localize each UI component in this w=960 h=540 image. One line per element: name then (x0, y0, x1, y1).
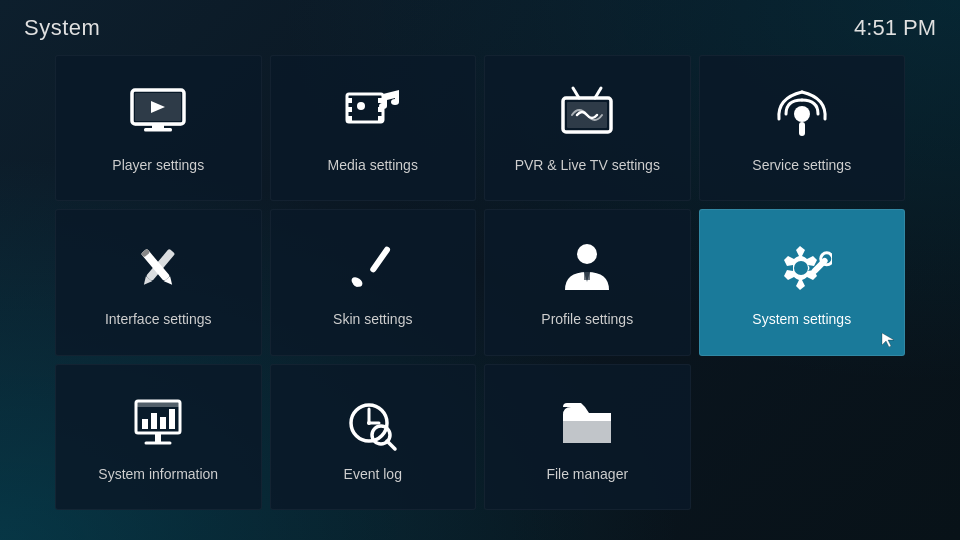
svg-rect-12 (378, 116, 383, 121)
svg-point-13 (357, 102, 365, 110)
pvr-icon (555, 82, 619, 146)
tile-pvr-settings[interactable]: PVR & Live TV settings (484, 55, 691, 201)
header: System 4:51 PM (0, 0, 960, 55)
service-icon (770, 82, 834, 146)
system-settings-icon (770, 236, 834, 300)
profile-icon (555, 236, 619, 300)
tile-system-information[interactable]: System information (55, 364, 262, 510)
clock: 4:51 PM (854, 15, 936, 41)
svg-rect-27 (369, 246, 391, 274)
file-manager-icon (555, 391, 619, 455)
page-title: System (24, 15, 100, 41)
svg-rect-41 (169, 409, 175, 429)
tile-skin-settings[interactable]: Skin settings (270, 209, 477, 355)
tile-file-manager[interactable]: File manager (484, 364, 691, 510)
svg-rect-39 (151, 413, 157, 429)
svg-rect-21 (799, 122, 805, 136)
tile-service-settings[interactable]: Service settings (699, 55, 906, 201)
svg-rect-38 (142, 419, 148, 429)
interface-settings-label: Interface settings (105, 310, 212, 328)
skin-settings-label: Skin settings (333, 310, 412, 328)
event-log-icon (341, 391, 405, 455)
svg-marker-35 (882, 333, 894, 347)
media-settings-label: Media settings (328, 156, 418, 174)
empty-tile (699, 364, 906, 510)
tile-interface-settings[interactable]: Interface settings (55, 209, 262, 355)
player-settings-label: Player settings (112, 156, 204, 174)
settings-grid: Player settings Media settings (55, 55, 905, 510)
media-icon (341, 82, 405, 146)
profile-settings-label: Profile settings (541, 310, 633, 328)
svg-rect-6 (347, 94, 383, 122)
svg-point-14 (379, 103, 387, 109)
svg-rect-10 (378, 98, 383, 103)
system-settings-label: System settings (752, 310, 851, 328)
svg-point-15 (391, 99, 399, 105)
tile-player-settings[interactable]: Player settings (55, 55, 262, 201)
skin-icon (341, 236, 405, 300)
tile-profile-settings[interactable]: Profile settings (484, 209, 691, 355)
svg-rect-40 (160, 417, 166, 429)
tile-event-log[interactable]: Event log (270, 364, 477, 510)
file-manager-label: File manager (546, 465, 628, 483)
player-icon (126, 82, 190, 146)
svg-point-20 (794, 106, 810, 122)
tile-media-settings[interactable]: Media settings (270, 55, 477, 201)
svg-line-49 (387, 441, 395, 449)
svg-rect-5 (135, 124, 181, 126)
interface-icon (126, 236, 190, 300)
svg-point-29 (577, 244, 597, 264)
service-settings-label: Service settings (752, 156, 851, 174)
svg-rect-37 (136, 401, 180, 407)
svg-rect-8 (347, 107, 352, 112)
system-information-icon (126, 391, 190, 455)
svg-rect-7 (347, 98, 352, 103)
system-information-label: System information (98, 465, 218, 483)
cursor-icon (880, 331, 896, 347)
svg-rect-9 (347, 116, 352, 121)
pvr-settings-label: PVR & Live TV settings (515, 156, 660, 174)
svg-point-32 (794, 261, 808, 275)
event-log-label: Event log (344, 465, 402, 483)
svg-rect-4 (144, 128, 172, 132)
tile-system-settings[interactable]: System settings (699, 209, 906, 355)
